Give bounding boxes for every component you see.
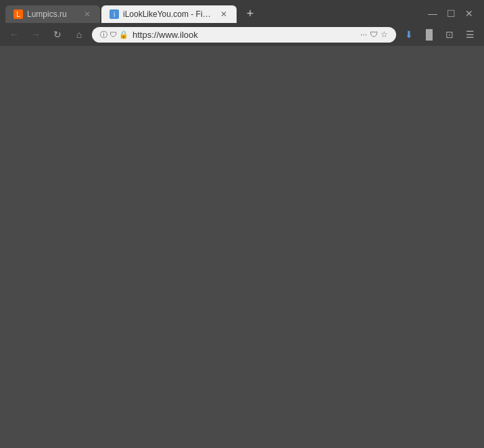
tab-favicon-lumpics: L	[14, 9, 23, 19]
more-button[interactable]: ···	[360, 30, 367, 39]
toolbar-icons: ⬇ ▐▌ ⊡ ☰	[400, 26, 479, 43]
maximize-button[interactable]: ☐	[444, 8, 458, 19]
address-actions: ··· 🛡 ☆	[360, 30, 388, 39]
reader-mode-button[interactable]: ▐▌	[420, 26, 438, 43]
tab-title-ilook: iLookLikeYou.com - Find m	[123, 9, 215, 19]
address-bar-row: ← → ↻ ⌂ ⓘ 🛡 🔒 https://www.ilook ··· 🛡 ☆ …	[0, 23, 484, 46]
minimize-button[interactable]: —	[425, 8, 440, 19]
tab-close-lumpics[interactable]: ✕	[82, 9, 92, 19]
info-icon: ⓘ	[100, 30, 107, 40]
tab-favicon-ilook: i	[110, 9, 119, 19]
download-button[interactable]: ⬇	[400, 26, 418, 43]
menu-button[interactable]: ☰	[461, 26, 479, 43]
shield-icon: 🛡	[110, 30, 117, 39]
bookmark-icon[interactable]: ☆	[381, 30, 388, 39]
security-indicator: ⓘ 🛡 🔒	[100, 30, 128, 40]
tab-title-lumpics: Lumpics.ru	[27, 9, 78, 19]
forward-button[interactable]: →	[27, 26, 45, 43]
url-text: https://www.ilook	[132, 30, 356, 40]
tab-lumpics[interactable]: L Lumpics.ru ✕	[5, 5, 100, 23]
back-button[interactable]: ←	[5, 26, 23, 43]
tab-bar: L Lumpics.ru ✕ i iLookLikeYou.com - Find…	[0, 0, 484, 23]
shield-action-icon: 🛡	[370, 30, 378, 39]
address-bar[interactable]: ⓘ 🛡 🔒 https://www.ilook ··· 🛡 ☆	[92, 27, 396, 43]
new-tab-button[interactable]: +	[241, 4, 260, 23]
browser-window: L Lumpics.ru ✕ i iLookLikeYou.com - Find…	[0, 0, 484, 46]
close-window-button[interactable]: ✕	[462, 8, 476, 19]
sync-button[interactable]: ⊡	[441, 26, 458, 43]
tab-ilook[interactable]: i iLookLikeYou.com - Find m ✕	[101, 5, 237, 23]
refresh-button[interactable]: ↻	[49, 26, 66, 43]
tab-close-ilook[interactable]: ✕	[219, 9, 228, 19]
home-button[interactable]: ⌂	[70, 26, 88, 43]
lock-icon: 🔒	[119, 30, 128, 39]
